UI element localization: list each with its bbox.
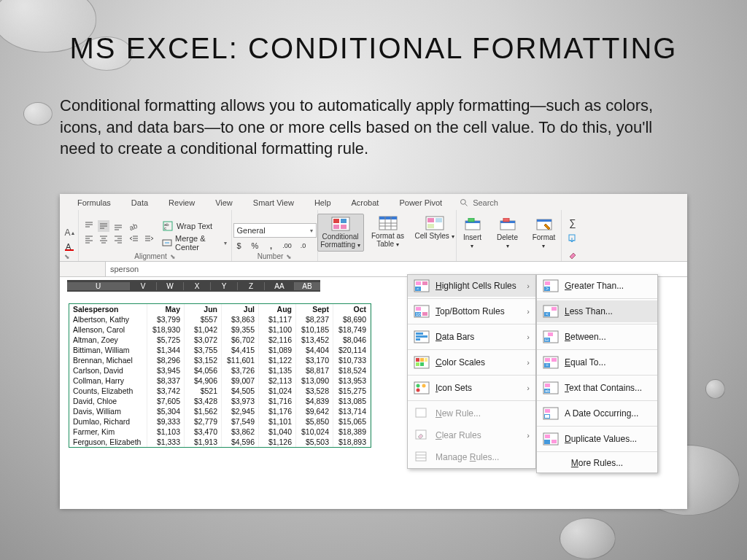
table-cell[interactable]: $5,850 — [296, 416, 333, 427]
table-cell[interactable]: $8,337 — [147, 376, 185, 386]
tell-me-search[interactable]: Search — [460, 198, 498, 207]
increase-decimal-icon[interactable]: .00 — [282, 240, 293, 252]
table-cell[interactable]: $7,605 — [147, 396, 185, 406]
table-cell[interactable]: $13,953 — [333, 376, 371, 386]
tab-powerpivot[interactable]: Power Pivot — [389, 197, 452, 209]
col-header[interactable]: AA — [265, 282, 295, 290]
font-color-icon[interactable]: A — [64, 241, 76, 252]
orientation-icon[interactable]: ab — [128, 220, 140, 232]
percent-icon[interactable]: % — [249, 240, 261, 252]
table-cell[interactable]: Altman, Zoey — [69, 335, 147, 345]
table-cell[interactable]: $13,452 — [296, 335, 333, 345]
table-cell[interactable]: $13,085 — [333, 396, 371, 406]
align-bottom-icon[interactable] — [112, 220, 124, 232]
menu-new-rule[interactable]: New Rule... — [408, 402, 535, 424]
table-cell[interactable]: $3,170 — [296, 355, 333, 365]
table-cell[interactable]: $3,973 — [222, 396, 259, 406]
menu-data-bars[interactable]: Data Bars › — [408, 326, 535, 348]
table-cell[interactable]: $1,176 — [259, 406, 296, 416]
table-cell[interactable]: $1,122 — [259, 355, 296, 365]
table-cell[interactable]: Bittiman, William — [69, 345, 147, 355]
table-cell[interactable]: $3,755 — [185, 345, 222, 355]
table-cell[interactable]: $3,528 — [296, 386, 333, 396]
table-cell[interactable]: $13,714 — [333, 406, 371, 416]
table-cell[interactable]: $1,042 — [185, 324, 222, 335]
table-cell[interactable]: $4,404 — [296, 345, 333, 355]
table-row[interactable]: Collman, Harry$8,337$4,906$9,007$2,113$1… — [69, 376, 371, 386]
col-header[interactable]: U — [67, 282, 130, 290]
table-cell[interactable]: $4,596 — [222, 437, 259, 447]
table-cell[interactable]: $7,549 — [222, 416, 259, 427]
table-cell[interactable]: $8,237 — [296, 314, 333, 324]
comma-icon[interactable]: , — [266, 240, 277, 252]
table-row[interactable]: Carlson, David$3,945$4,056$3,726$1,135$8… — [69, 365, 371, 376]
table-cell[interactable]: $4,505 — [222, 386, 259, 396]
table-cell[interactable]: $4,415 — [222, 345, 259, 355]
format-as-table-button[interactable]: Format as Table ▾ — [365, 214, 411, 252]
table-cell[interactable]: $1,344 — [147, 345, 185, 355]
table-cell[interactable]: Collman, Harry — [69, 376, 147, 386]
table-cell[interactable]: $1,040 — [259, 427, 296, 437]
table-cell[interactable]: $20,114 — [333, 345, 371, 355]
table-cell[interactable]: $1,089 — [259, 345, 296, 355]
clear-icon[interactable] — [567, 249, 578, 260]
table-row[interactable]: Altman, Zoey$5,725$3,072$6,702$2,116$13,… — [69, 335, 371, 345]
table-cell[interactable]: $3,152 — [185, 355, 222, 365]
table-cell[interactable]: $5,304 — [147, 406, 185, 416]
table-row[interactable]: Bittiman, William$1,344$3,755$4,415$1,08… — [69, 345, 371, 355]
table-row[interactable]: Allenson, Carol$18,930$1,042$9,355$1,100… — [69, 324, 371, 335]
table-cell[interactable]: $13,090 — [296, 376, 333, 386]
table-cell[interactable]: David, Chloe — [69, 396, 147, 406]
table-cell[interactable]: $3,470 — [185, 427, 222, 437]
number-format-dropdown[interactable]: General ▾ — [233, 223, 317, 238]
table-cell[interactable]: Counts, Elizabeth — [69, 386, 147, 396]
merge-center-button[interactable]: Merge & Center ▾ — [162, 234, 227, 252]
table-cell[interactable]: $18,749 — [333, 324, 371, 335]
table-header-cell[interactable]: Oct — [333, 304, 371, 314]
table-row[interactable]: Ferguson, Elizabeth$1,333$1,913$4,596$1,… — [69, 437, 371, 447]
table-cell[interactable]: $18,930 — [147, 324, 185, 335]
table-header-cell[interactable]: Sept — [296, 304, 333, 314]
data-table[interactable]: SalespersonMayJunJulAugSeptOctAlbertson,… — [69, 303, 371, 448]
table-cell[interactable]: $3,799 — [147, 314, 185, 324]
worksheet-area[interactable]: U V W X Y Z AA AB SalespersonMayJunJulAu… — [60, 277, 687, 509]
table-cell[interactable]: $15,065 — [333, 416, 371, 427]
table-cell[interactable]: $9,642 — [296, 406, 333, 416]
menu-icon-sets[interactable]: Icon Sets › — [408, 377, 535, 399]
menu-equal-to[interactable]: = Equal To... — [537, 351, 657, 373]
align-left-icon[interactable] — [83, 233, 95, 245]
table-cell[interactable]: Farmer, Kim — [69, 427, 147, 437]
menu-top-bottom-rules[interactable]: 10 Top/Bottom Rules › — [408, 300, 535, 322]
table-cell[interactable]: $15,275 — [333, 386, 371, 396]
table-cell[interactable]: Davis, William — [69, 406, 147, 416]
table-cell[interactable]: $1,024 — [259, 386, 296, 396]
cell-styles-button[interactable]: Cell Styles ▾ — [412, 214, 457, 252]
table-header-cell[interactable]: Salesperson — [69, 304, 147, 314]
menu-less-than[interactable]: < Less Than... — [537, 300, 657, 322]
decrease-indent-icon[interactable] — [128, 233, 140, 245]
table-cell[interactable]: $11,601 — [222, 355, 259, 365]
delete-cells-button[interactable]: Delete▾ — [491, 215, 525, 252]
table-cell[interactable]: $18,524 — [333, 365, 371, 376]
name-box[interactable] — [60, 262, 106, 276]
col-header[interactable]: AB — [295, 282, 320, 290]
tab-view[interactable]: View — [205, 197, 243, 209]
menu-duplicate-values[interactable]: Duplicate Values... — [537, 428, 657, 450]
col-header[interactable]: X — [184, 282, 211, 290]
col-header[interactable]: Z — [238, 282, 265, 290]
table-cell[interactable]: $1,135 — [259, 365, 296, 376]
table-cell[interactable]: Ferguson, Elizabeth — [69, 437, 147, 447]
table-cell[interactable]: $4,056 — [185, 365, 222, 376]
table-cell[interactable]: $6,702 — [222, 335, 259, 345]
table-cell[interactable]: $1,562 — [185, 406, 222, 416]
table-cell[interactable]: Carlson, David — [69, 365, 147, 376]
tab-review[interactable]: Review — [158, 197, 205, 209]
currency-icon[interactable]: $ — [233, 240, 245, 252]
table-header-cell[interactable]: Jul — [222, 304, 259, 314]
align-middle-icon[interactable] — [98, 220, 109, 232]
table-header-cell[interactable]: Jun — [185, 304, 222, 314]
table-cell[interactable]: $10,733 — [333, 355, 371, 365]
table-cell[interactable]: $1,716 — [259, 396, 296, 406]
table-cell[interactable]: Albertson, Kathy — [69, 314, 147, 324]
align-center-icon[interactable] — [98, 233, 109, 245]
